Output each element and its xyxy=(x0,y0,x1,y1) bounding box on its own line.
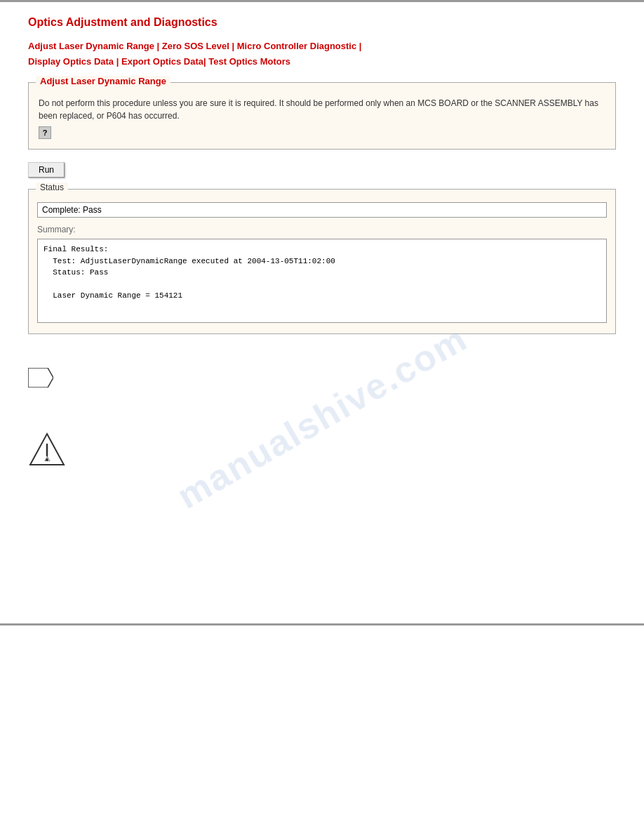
page-title: Optics Adjustment and Diagnostics xyxy=(28,16,616,29)
summary-label: Summary: xyxy=(37,225,607,234)
nav-sep-4: | xyxy=(114,56,121,67)
adjust-laser-description: Do not perform this procedure unless you… xyxy=(39,97,605,139)
nav-test-motors[interactable]: Test Optics Motors xyxy=(208,56,290,67)
run-button[interactable]: Run xyxy=(28,162,65,178)
spacer-2 xyxy=(28,390,616,411)
note-icon xyxy=(28,368,616,390)
status-input[interactable] xyxy=(37,202,607,218)
bottom-border xyxy=(0,623,644,626)
status-legend: Status xyxy=(36,183,68,192)
spacer-1 xyxy=(28,347,616,368)
nav-sep-2: | xyxy=(229,41,237,51)
nav-sep-1: | xyxy=(154,41,162,51)
nav-export-optics[interactable]: Export Optics Data xyxy=(121,56,203,67)
svg-marker-0 xyxy=(28,368,53,388)
nav-links: Adjust Laser Dynamic Range | Zero SOS Le… xyxy=(28,39,616,70)
main-content: Optics Adjustment and Diagnostics Adjust… xyxy=(0,2,644,623)
summary-textarea[interactable] xyxy=(37,239,607,323)
spacer-3 xyxy=(28,411,616,432)
svg-point-4 xyxy=(46,458,48,461)
warning-icon: ⚠ xyxy=(28,432,616,469)
nav-sep-3: | xyxy=(356,41,361,51)
adjust-laser-text: Do not perform this procedure unless you… xyxy=(39,98,598,121)
question-button[interactable]: ? xyxy=(39,126,51,139)
nav-micro-controller[interactable]: Micro Controller Diagnostic xyxy=(237,41,356,51)
status-section: Status Summary: xyxy=(28,189,616,334)
nav-display-optics[interactable]: Display Optics Data xyxy=(28,56,114,67)
nav-adjust-laser[interactable]: Adjust Laser Dynamic Range xyxy=(28,41,154,51)
adjust-laser-legend: Adjust Laser Dynamic Range xyxy=(36,76,170,86)
adjust-laser-section: Adjust Laser Dynamic Range Do not perfor… xyxy=(28,82,616,150)
bottom-spacer xyxy=(28,469,616,609)
nav-zero-sos[interactable]: Zero SOS Level xyxy=(162,41,229,51)
